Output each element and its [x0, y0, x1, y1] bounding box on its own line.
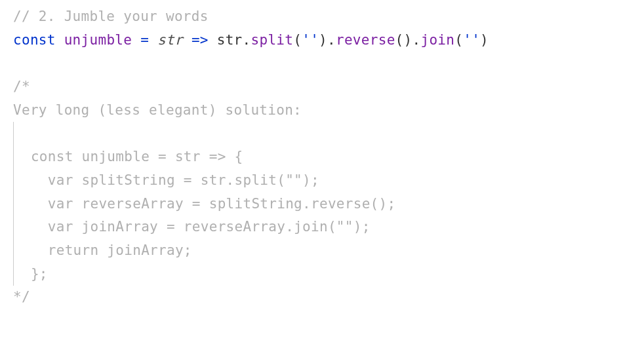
- comment-open: /*: [13, 79, 30, 94]
- code-editor[interactable]: // 2. Jumble your words const unjumble =…: [13, 5, 631, 309]
- code-line-12: };: [13, 263, 631, 286]
- space: [209, 32, 217, 48]
- comment-code: const unjumble = str => {: [14, 149, 243, 164]
- paren-open: (: [454, 32, 463, 48]
- blank-line: [13, 52, 631, 75]
- function-name: unjumble: [64, 32, 132, 48]
- const-keyword: const: [13, 32, 56, 48]
- comment-code: return joinArray;: [14, 242, 192, 258]
- code-line-1: // 2. Jumble your words: [13, 5, 631, 29]
- string-literal: '': [463, 32, 480, 48]
- comment-close: */: [13, 289, 30, 305]
- code-line-7: const unjumble = str => {: [13, 145, 631, 169]
- code-line-6-blank: [13, 122, 631, 145]
- paren-close: ): [480, 32, 489, 48]
- space: [183, 32, 191, 48]
- space: [132, 32, 140, 48]
- space: [149, 32, 157, 48]
- equals-operator: =: [140, 32, 149, 48]
- code-line-11: return joinArray;: [13, 239, 631, 263]
- code-line-10: var joinArray = reverseArray.join("");: [13, 216, 631, 239]
- comment-text: Very long (less elegant) solution:: [13, 102, 302, 118]
- string-literal: '': [302, 32, 319, 48]
- code-line-5: Very long (less elegant) solution:: [13, 99, 631, 123]
- comment-code: var joinArray = reverseArray.join("");: [14, 219, 371, 235]
- comment-code: var reverseArray = splitString.reverse()…: [14, 196, 395, 212]
- code-line-2: const unjumble = str => str.split('').re…: [13, 29, 631, 52]
- comment-text: // 2. Jumble your words: [13, 9, 209, 24]
- paren-open: (: [293, 32, 302, 48]
- paren-close: ): [319, 32, 327, 48]
- dot-operator: .: [413, 32, 421, 48]
- variable-ref: str: [217, 32, 243, 48]
- code-line-9: var reverseArray = splitString.reverse()…: [13, 193, 631, 216]
- code-line-8: var splitString = str.split("");: [13, 169, 631, 193]
- arrow-operator: =>: [191, 32, 209, 48]
- split-method: split: [251, 32, 294, 48]
- comment-code: var splitString = str.split("");: [14, 172, 319, 188]
- paren-close: ): [404, 32, 413, 48]
- reverse-method: reverse: [336, 32, 395, 48]
- code-line-4: /*: [13, 75, 631, 99]
- code-line-13: */: [13, 286, 631, 309]
- dot-operator: .: [327, 32, 336, 48]
- paren-open: (: [395, 32, 404, 48]
- comment-code: };: [14, 266, 48, 282]
- parameter: str: [157, 32, 183, 48]
- dot-operator: .: [243, 32, 251, 48]
- join-method: join: [420, 32, 454, 48]
- space: [56, 32, 64, 48]
